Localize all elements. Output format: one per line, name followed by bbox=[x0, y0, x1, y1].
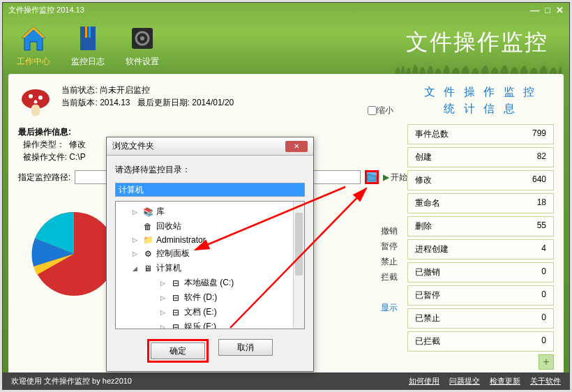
action-undo[interactable]: 撤销 bbox=[381, 223, 398, 239]
svg-rect-2 bbox=[89, 27, 91, 38]
action-pause[interactable]: 暂停 bbox=[381, 239, 398, 254]
stat-value: 0 bbox=[541, 289, 546, 301]
dialog-body: 请选择待监控目录： ▷📚库 🗑回收站 ▷📁Administrator ▷⚙控制面… bbox=[107, 156, 313, 371]
action-forbid[interactable]: 禁止 bbox=[381, 254, 398, 269]
svg-point-5 bbox=[140, 36, 144, 40]
tree-item-drive-d[interactable]: ▷⊟软件 (D:) bbox=[116, 290, 304, 305]
stat-value: 0 bbox=[541, 266, 546, 278]
drive-icon: ⊟ bbox=[170, 308, 181, 317]
log-icon bbox=[73, 24, 103, 53]
maximize-button[interactable]: □ bbox=[545, 5, 550, 15]
stat-row: 删除55 bbox=[407, 216, 554, 236]
stat-label: 删除 bbox=[415, 220, 432, 232]
dialog-titlebar: 浏览文件夹 ✕ bbox=[107, 137, 313, 156]
nav-work-center[interactable]: 工作中心 bbox=[17, 24, 50, 68]
status-update-label: 最后更新日期: bbox=[137, 98, 190, 107]
stat-label: 修改 bbox=[415, 174, 432, 186]
path-label: 指定监控路径: bbox=[18, 172, 70, 183]
stat-row: 事件总数799 bbox=[407, 124, 554, 144]
stat-value: 82 bbox=[537, 151, 546, 163]
stat-row: 进程创建4 bbox=[407, 239, 554, 259]
stat-label: 事件总数 bbox=[415, 128, 449, 140]
collapse-toggle[interactable]: 缩小 bbox=[368, 105, 393, 116]
library-icon: 📚 bbox=[142, 207, 153, 217]
last-op-type-value: 修改 bbox=[69, 140, 86, 149]
dialog-path-input[interactable] bbox=[115, 183, 305, 197]
last-op-type-label: 操作类型： bbox=[23, 140, 65, 149]
titlebar: 文件操作监控 2014.13 — □ ✕ bbox=[3, 3, 569, 17]
stat-row: 修改640 bbox=[407, 170, 554, 190]
status-update-value: 2014/01/20 bbox=[192, 98, 234, 107]
svg-rect-1 bbox=[85, 27, 87, 38]
tree-item-drive-f[interactable]: ▷⊟娱乐 (F:) bbox=[116, 319, 304, 329]
footer-links: 如何使用 问题提交 检查更新 关于软件 bbox=[409, 376, 561, 386]
ok-button[interactable]: 确定 bbox=[151, 342, 205, 359]
minimize-button[interactable]: — bbox=[530, 5, 539, 15]
footer-about[interactable]: 关于软件 bbox=[530, 376, 561, 386]
collapse-checkbox[interactable] bbox=[368, 106, 377, 115]
add-stat-button[interactable]: + bbox=[539, 354, 554, 370]
titlebar-text: 文件操作监控 2014.13 bbox=[8, 5, 84, 15]
stat-row: 已禁止0 bbox=[407, 308, 554, 329]
close-button[interactable]: ✕ bbox=[556, 5, 564, 15]
footer-update[interactable]: 检查更新 bbox=[490, 376, 520, 386]
tree-item-drive-e[interactable]: ▷⊟文档 (E:) bbox=[116, 305, 304, 319]
window-buttons: — □ ✕ bbox=[530, 5, 564, 15]
drive-icon: ⊟ bbox=[170, 322, 181, 330]
mushroom-icon bbox=[18, 84, 53, 119]
tree-item-library[interactable]: ▷📚库 bbox=[116, 204, 304, 219]
stat-value: 55 bbox=[537, 220, 546, 232]
stat-value: 640 bbox=[532, 174, 546, 186]
stat-label: 进程创建 bbox=[415, 243, 449, 255]
status-current-value: 尚未开启监控 bbox=[100, 85, 150, 95]
stat-label: 已撤销 bbox=[415, 266, 440, 278]
last-op-file-label: 被操作文件: bbox=[23, 152, 67, 162]
tree-item-computer[interactable]: ◢🖥计算机 bbox=[116, 261, 304, 276]
stat-row: 创建82 bbox=[407, 147, 554, 167]
stats-panel: 文 件 操 作 监 控 统 计 信 息 事件总数799创建82修改640重命名1… bbox=[407, 84, 554, 375]
folder-tree[interactable]: ▷📚库 🗑回收站 ▷📁Administrator ▷⚙控制面板 ◢🖥计算机 ▷⊟… bbox=[115, 201, 305, 329]
ok-highlight: 确定 bbox=[147, 339, 209, 363]
play-icon: ▶ bbox=[383, 172, 389, 182]
app-title: 文件操作监控 bbox=[406, 27, 548, 58]
dialog-prompt: 请选择待监控目录： bbox=[115, 164, 305, 176]
tree-item-admin[interactable]: ▷📁Administrator bbox=[116, 234, 304, 246]
dialog-title: 浏览文件夹 bbox=[112, 140, 154, 152]
grass-decoration bbox=[395, 54, 562, 75]
stats-title-2: 统 计 信 息 bbox=[407, 100, 554, 117]
tree-scrollbar[interactable] bbox=[293, 202, 304, 329]
stat-label: 已禁止 bbox=[415, 312, 440, 324]
status-block: 当前状态: 尚未开启监控 当前版本: 2014.13 最后更新日期: 2014/… bbox=[61, 84, 234, 109]
action-block[interactable]: 拦截 bbox=[381, 269, 398, 285]
stat-value: 0 bbox=[541, 336, 546, 347]
stats-title: 文 件 操 作 监 控 统 计 信 息 bbox=[407, 84, 554, 117]
stat-row: 已拦截0 bbox=[407, 331, 554, 352]
svg-point-9 bbox=[34, 100, 38, 104]
gear-icon bbox=[128, 24, 157, 53]
footer-howto[interactable]: 如何使用 bbox=[409, 376, 439, 386]
nav-work-label: 工作中心 bbox=[17, 56, 50, 68]
stat-label: 已拦截 bbox=[415, 336, 440, 347]
scrollbar-thumb[interactable] bbox=[295, 213, 303, 276]
stat-value: 4 bbox=[541, 243, 546, 255]
start-button[interactable]: ▶开始 bbox=[383, 172, 407, 183]
cancel-button[interactable]: 取消 bbox=[218, 339, 273, 356]
dialog-close-button[interactable]: ✕ bbox=[285, 141, 308, 152]
footer-feedback[interactable]: 问题提交 bbox=[449, 376, 480, 386]
browse-folder-button[interactable] bbox=[365, 170, 379, 184]
tree-item-drive-c[interactable]: ▷⊟本地磁盘 (C:) bbox=[116, 276, 304, 290]
stat-label: 创建 bbox=[415, 151, 432, 163]
action-show[interactable]: 显示 bbox=[381, 300, 398, 315]
tree-item-recycle[interactable]: 🗑回收站 bbox=[116, 219, 304, 234]
nav-software-settings[interactable]: 软件设置 bbox=[126, 24, 159, 68]
nav-log-label: 监控日志 bbox=[71, 56, 105, 68]
stat-row: 已撤销0 bbox=[407, 262, 554, 282]
nav-monitor-log[interactable]: 监控日志 bbox=[71, 24, 105, 68]
nav-buttons: 工作中心 监控日志 软件设置 bbox=[17, 24, 159, 68]
drive-icon: ⊟ bbox=[170, 278, 181, 288]
computer-icon: 🖥 bbox=[142, 264, 153, 273]
stat-row: 已暂停0 bbox=[407, 285, 554, 306]
stat-value: 0 bbox=[541, 312, 546, 324]
tree-item-cpanel[interactable]: ▷⚙控制面板 bbox=[116, 246, 304, 261]
cpanel-icon: ⚙ bbox=[142, 249, 153, 259]
